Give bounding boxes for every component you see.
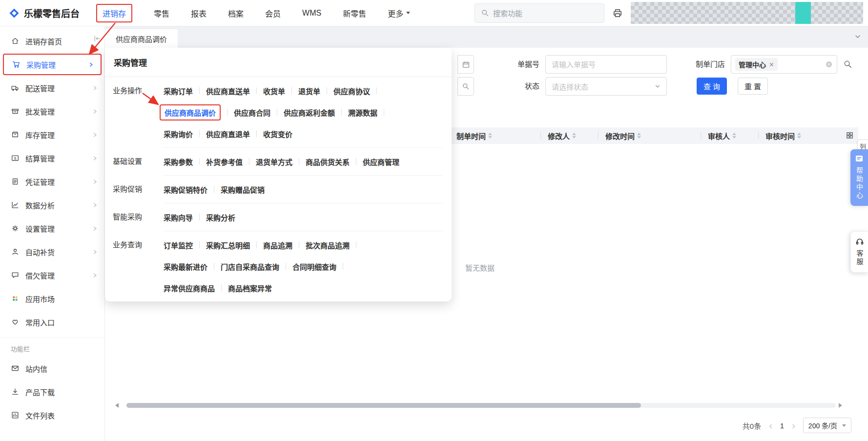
scroll-track[interactable] xyxy=(126,403,836,408)
prev-page-icon[interactable]: ‹ xyxy=(769,421,772,430)
customer-service-panel[interactable]: 客服 xyxy=(850,231,868,273)
scroll-left-arrow-icon[interactable] xyxy=(113,403,119,408)
chevron-right-icon xyxy=(92,249,98,255)
menu-item[interactable]: 采购询价 xyxy=(164,129,193,139)
sidebar-item-label: 结算管理 xyxy=(25,153,86,163)
store-search-icon[interactable] xyxy=(843,60,852,69)
nav-item-wms[interactable]: WMS xyxy=(302,9,321,18)
th-auditor[interactable]: 审核人 xyxy=(708,127,736,144)
menu-item[interactable]: 收货变价 xyxy=(263,129,292,139)
sidebar-item-app-market[interactable]: 应用市场 xyxy=(0,287,104,310)
reset-button[interactable]: 重 置 xyxy=(738,78,768,95)
tab-supplier-price-adjust[interactable]: 供应商商品调价 xyxy=(105,29,178,48)
scroll-right-arrow-icon[interactable] xyxy=(839,403,845,408)
column-settings-icon[interactable] xyxy=(846,132,853,139)
clear-circle-icon[interactable] xyxy=(825,60,833,68)
th-modify-time[interactable]: 修改时间 xyxy=(605,127,641,144)
next-page-icon[interactable]: › xyxy=(792,421,795,430)
menu-item[interactable]: 批次商品追溯 xyxy=(306,240,350,250)
nav-item-member[interactable]: 会员 xyxy=(265,7,281,19)
menu-item[interactable]: 采购分析 xyxy=(206,212,235,222)
sort-caret-icon[interactable] xyxy=(732,133,736,139)
menu-item[interactable]: 采购促销特价 xyxy=(164,184,207,195)
sort-caret-icon[interactable] xyxy=(572,133,576,139)
nav-item-new-retail[interactable]: 新零售 xyxy=(343,7,366,19)
sidebar-item-home[interactable]: 进销存首页 xyxy=(0,29,104,53)
menu-item[interactable]: 溯源数据 xyxy=(348,107,377,118)
status-select[interactable]: 请选择状态 xyxy=(545,77,667,96)
sidebar-item-settings[interactable]: 设置管理 xyxy=(0,217,104,240)
menu-item[interactable]: 采购参数 xyxy=(164,157,193,167)
calendar-icon xyxy=(462,60,470,69)
tag-close-icon[interactable]: ✕ xyxy=(769,61,774,68)
menu-item[interactable]: 采购最新进价 xyxy=(164,261,207,272)
menu-item[interactable]: 采购赠品促销 xyxy=(221,184,265,195)
sort-caret-icon[interactable] xyxy=(637,133,641,139)
menu-item[interactable]: 商品供货关系 xyxy=(306,157,350,167)
menu-item[interactable]: 供应商协议 xyxy=(333,86,370,96)
dock-sidebar-icon[interactable] xyxy=(94,35,101,42)
avatar[interactable] xyxy=(795,2,811,24)
sidebar-item-analytics[interactable]: 数据分析 xyxy=(0,193,104,217)
doc-no-input[interactable] xyxy=(545,55,667,74)
chevron-right-icon xyxy=(92,85,98,91)
date-range-input-end[interactable] xyxy=(457,55,474,74)
menu-item[interactable]: 供应商合同 xyxy=(234,107,270,118)
page-size-select[interactable]: 200 条/页 xyxy=(803,418,851,433)
sidebar-item-settlement[interactable]: $ 结算管理 xyxy=(0,146,104,170)
sort-caret-icon[interactable] xyxy=(488,133,492,139)
nav-item-inventory[interactable]: 进销存 xyxy=(96,4,132,22)
status-label: 状态 xyxy=(491,77,539,96)
menu-item[interactable]: 补货参考值 xyxy=(206,157,243,167)
menu-item[interactable]: 采购向导 xyxy=(164,212,193,222)
goods-search-input-end[interactable] xyxy=(457,77,474,96)
th-create-time[interactable]: 制单时间 xyxy=(456,127,492,144)
query-button[interactable]: 查 询 xyxy=(697,78,727,95)
menu-item[interactable]: 采购汇总明细 xyxy=(206,240,250,250)
printer-icon[interactable] xyxy=(612,8,623,19)
menu-item[interactable]: 商品追溯 xyxy=(263,240,292,250)
scroll-thumb[interactable] xyxy=(126,403,641,408)
menu-item[interactable]: 供应商返利金额 xyxy=(284,107,335,118)
menu-item[interactable]: 退货单 xyxy=(298,86,320,96)
menu-item[interactable]: 采购订单 xyxy=(164,86,193,96)
sidebar-item-files[interactable]: 文件列表 xyxy=(0,403,104,427)
menu-item[interactable]: 退货单方式 xyxy=(256,157,292,167)
nav-item-more[interactable]: 更多 xyxy=(388,7,410,19)
sidebar-item-downloads[interactable]: 产品下载 xyxy=(0,380,104,403)
menu-item[interactable]: 收货单 xyxy=(263,86,285,96)
nav-item-report[interactable]: 报表 xyxy=(191,7,207,19)
store-tag-input[interactable]: 管理中心 ✕ xyxy=(731,55,837,74)
menu-item[interactable]: 订单监控 xyxy=(164,240,193,250)
sidebar-item-voucher[interactable]: 凭证管理 xyxy=(0,170,104,193)
menu-item[interactable]: 供应商直退单 xyxy=(206,129,250,139)
current-page[interactable]: 1 xyxy=(780,421,784,430)
sidebar-item-messages[interactable]: 站内信 xyxy=(0,357,104,380)
menu-item[interactable]: 合同明细查询 xyxy=(292,261,336,272)
menu-item[interactable]: 门店自采商品查询 xyxy=(221,261,279,272)
menu-item[interactable]: 商品档案异常 xyxy=(228,283,272,293)
sidebar-item-distribution[interactable]: 配送管理 xyxy=(0,76,104,100)
nav-item-retail[interactable]: 零售 xyxy=(154,7,169,19)
help-center-panel[interactable]: 帮助中心 xyxy=(850,149,868,206)
sidebar-item-debt[interactable]: 借欠管理 xyxy=(0,263,104,287)
global-search[interactable]: 搜索功能 xyxy=(475,3,604,23)
status-placeholder: 请选择状态 xyxy=(552,81,588,92)
menu-item-supplier-price-adjust[interactable]: 供应商商品调价 xyxy=(160,104,221,120)
chat-bubble-icon xyxy=(11,271,20,280)
menu-item[interactable]: 异常供应商商品 xyxy=(164,283,215,293)
sidebar-item-purchase[interactable]: 采购管理 xyxy=(3,54,102,75)
column-label: 制单时间 xyxy=(456,131,486,141)
th-modifier[interactable]: 修改人 xyxy=(548,127,576,144)
logo: 乐檬零售后台 xyxy=(0,6,80,20)
sidebar-item-inventory[interactable]: 库存管理 xyxy=(0,123,104,146)
sidebar-item-favorites[interactable]: 常用入口 xyxy=(0,310,104,334)
sidebar-item-wholesale[interactable]: 批发管理 xyxy=(0,100,104,123)
menu-item[interactable]: 供应商管理 xyxy=(363,157,399,167)
menu-item[interactable]: 供应商直送单 xyxy=(206,86,250,96)
nav-item-archive[interactable]: 档案 xyxy=(228,7,244,19)
sidebar-item-auto-replenish[interactable]: 自动补货 xyxy=(0,240,104,263)
tabbar-collapse-icon[interactable] xyxy=(854,33,861,40)
sort-caret-icon[interactable] xyxy=(797,133,801,139)
th-audit-time[interactable]: 审核时间 xyxy=(765,127,801,144)
